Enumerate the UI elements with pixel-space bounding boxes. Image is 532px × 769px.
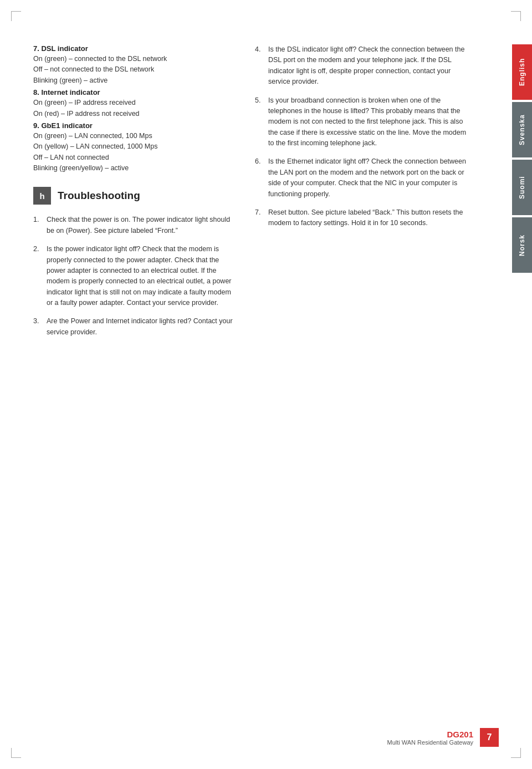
language-tabs: English Svenska Suomi Norsk: [512, 44, 532, 275]
right-column: 4. Is the DSL indicator light off? Check…: [249, 44, 499, 345]
right-troubleshooting-list: 4. Is the DSL indicator light off? Check…: [255, 44, 471, 229]
footer-model: DG201: [387, 730, 473, 739]
section-dsl-indicator: 7. DSL indicator On (green) – connected …: [33, 44, 233, 86]
lang-tab-suomi[interactable]: Suomi: [512, 160, 532, 215]
corner-mark-bl: [11, 748, 21, 758]
section-dsl-title: 7. DSL indicator: [33, 44, 233, 53]
section-dsl-body: On (green) – connected to the DSL networ…: [33, 54, 233, 86]
section-gbe1-title: 9. GbE1 indicator: [33, 121, 233, 130]
troubleshooting-item-3: 3. Are the Power and Internet indicator …: [33, 316, 233, 338]
gbe1-line-4: Blinking (green/yellow) – active: [33, 163, 233, 174]
dsl-line-1: On (green) – connected to the DSL networ…: [33, 54, 233, 64]
troubleshooting-item-2: 2. Is the power indicator light off? Che…: [33, 244, 233, 308]
troubleshooting-item-1: 1. Check that the power is on. The power…: [33, 215, 233, 236]
troubleshooting-header: h Troubleshooting: [33, 187, 233, 205]
right-item-6: 6. Is the Ethernet indicator light off? …: [255, 156, 471, 200]
page: English Svenska Suomi Norsk 7. DSL indic…: [0, 0, 532, 769]
footer-page-number: 7: [480, 728, 499, 747]
troubleshooting-box: h: [33, 187, 51, 205]
section-internet-title: 8. Internet indicator: [33, 88, 233, 96]
dsl-line-3: Blinking (green) – active: [33, 75, 233, 86]
footer-product: Multi WAN Residential Gateway: [387, 739, 473, 746]
footer: DG201 Multi WAN Residential Gateway 7: [387, 728, 499, 747]
lang-tab-norsk[interactable]: Norsk: [512, 217, 532, 273]
content-area: 7. DSL indicator On (green) – connected …: [0, 44, 532, 345]
left-column: 7. DSL indicator On (green) – connected …: [33, 44, 249, 345]
corner-mark-br: [511, 748, 521, 758]
gbe1-line-1: On (green) – LAN connected, 100 Mps: [33, 131, 233, 141]
gbe1-line-3: Off – LAN not connected: [33, 152, 233, 163]
troubleshooting-title: Troubleshooting: [58, 190, 140, 202]
lang-tab-svenska[interactable]: Svenska: [512, 102, 532, 157]
troubleshooting-list: 1. Check that the power is on. The power…: [33, 215, 233, 338]
corner-mark-tr: [511, 11, 521, 21]
right-item-5: 5. Is your broadband connection is broke…: [255, 95, 471, 149]
right-item-4: 4. Is the DSL indicator light off? Check…: [255, 44, 471, 88]
gbe1-line-2: On (yellow) – LAN connected, 1000 Mps: [33, 141, 233, 152]
section-internet-body: On (green) – IP address received On (red…: [33, 98, 233, 119]
section-gbe1-body: On (green) – LAN connected, 100 Mps On (…: [33, 131, 233, 174]
internet-line-2: On (red) – IP address not received: [33, 109, 233, 119]
section-internet-indicator: 8. Internet indicator On (green) – IP ad…: [33, 88, 233, 119]
corner-mark-tl: [11, 11, 21, 21]
internet-line-1: On (green) – IP address received: [33, 98, 233, 108]
right-item-7: 7. Reset button. See picture labeled “Ba…: [255, 207, 471, 229]
section-gbe1-indicator: 9. GbE1 indicator On (green) – LAN conne…: [33, 121, 233, 174]
footer-brand: DG201 Multi WAN Residential Gateway: [387, 730, 473, 746]
dsl-line-2: Off – not connected to the DSL network: [33, 64, 233, 75]
lang-tab-english[interactable]: English: [512, 44, 532, 100]
